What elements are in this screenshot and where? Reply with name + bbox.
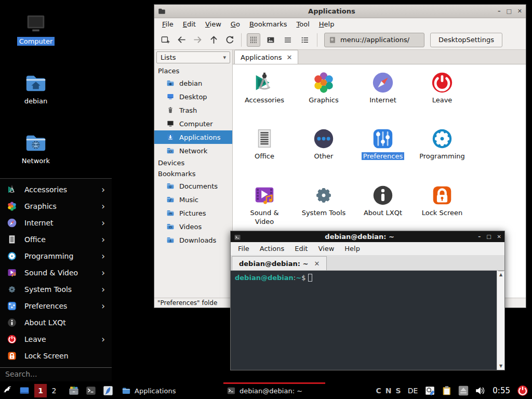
tray-screenshot-icon[interactable] [424, 384, 436, 397]
menu-item-sound-video[interactable]: Sound & Video› [0, 264, 112, 281]
workspace-switcher-1[interactable]: 1 [34, 384, 47, 397]
sidebar-item-music[interactable]: Music [154, 193, 232, 206]
desktop-icon-debian[interactable]: debian [11, 71, 61, 105]
fm-menu-tool[interactable]: Tool [292, 20, 314, 28]
menu-item-programming[interactable]: Programming› [0, 248, 112, 264]
sidebar-item-debian[interactable]: debian [154, 76, 232, 90]
menu-item-lock-screen[interactable]: Lock Screen [0, 348, 112, 364]
grid-item-system-tools[interactable]: System Tools [295, 183, 353, 218]
sidebar-item-applications[interactable]: Applications [154, 130, 232, 144]
sidebar-item-videos[interactable]: Videos [154, 220, 232, 233]
sidebar-item-trash[interactable]: Trash [154, 103, 232, 117]
menu-search-input[interactable]: Search... [0, 368, 112, 381]
quick-launch-file-manager[interactable] [68, 384, 80, 397]
fm-menu-file[interactable]: File [157, 20, 178, 28]
close-button[interactable]: ✕ [517, 8, 522, 15]
quick-launch-terminal[interactable] [85, 384, 97, 397]
terminal-menu-help[interactable]: Help [339, 245, 365, 252]
grid-item-accessories[interactable]: Accessories [235, 71, 294, 105]
scroll-down-icon[interactable]: ▼ [499, 364, 502, 368]
menu-item-graphics[interactable]: Graphics› [0, 198, 112, 215]
fm-menu-edit[interactable]: Edit [178, 20, 201, 28]
tab-close-icon[interactable]: ✕ [286, 54, 292, 61]
menu-item-leave[interactable]: Leave› [0, 331, 112, 348]
show-desktop-button[interactable] [18, 384, 31, 397]
desktop-icon-computer[interactable]: Computer [11, 11, 61, 46]
keyboard-layout-indicator[interactable]: DE [408, 387, 418, 395]
grid-item-internet[interactable]: Internet [354, 71, 412, 105]
main-menu-button[interactable] [3, 384, 15, 397]
sidebar-item-network[interactable]: Network [154, 144, 232, 157]
terminal-screen[interactable]: debian@debian:~$ [231, 271, 497, 370]
grid-item-label: Lock Screen [415, 209, 469, 218]
terminal-menu-actions[interactable]: Actions [255, 245, 290, 252]
grid-item-lock-screen[interactable]: Lock Screen [413, 183, 471, 218]
tray-volume-icon[interactable] [474, 384, 486, 397]
grid-item-other[interactable]: Other [295, 127, 353, 161]
lock-icon [7, 351, 17, 361]
minimize-button[interactable]: – [498, 8, 501, 15]
menu-item-office[interactable]: Office› [0, 231, 112, 248]
forward-button[interactable] [191, 34, 204, 46]
desktop-settings-button[interactable]: DesktopSettings [430, 33, 502, 47]
terminal-menu-edit[interactable]: Edit [289, 245, 313, 252]
tab-close-icon[interactable]: ✕ [314, 260, 320, 268]
scroll-up-icon[interactable]: ▲ [499, 272, 502, 277]
sidebar-item-pictures[interactable]: Pictures [154, 206, 232, 220]
power-button[interactable] [516, 384, 529, 397]
grid-item-graphics[interactable]: Graphics [295, 71, 353, 105]
compact-view-button[interactable] [281, 33, 295, 47]
tray-clipboard-icon[interactable] [441, 384, 453, 397]
sidebar-item-documents[interactable]: Documents [154, 179, 232, 193]
fm-menu-go[interactable]: Go [226, 20, 245, 28]
task-button-debian-debian-~[interactable]: debian@debian: ~ [223, 382, 325, 399]
sidebar-item-desktop[interactable]: Desktop [154, 90, 232, 103]
icon-view-button[interactable] [247, 33, 260, 47]
sidebar-item-downloads[interactable]: Downloads [154, 233, 232, 247]
up-button[interactable] [207, 34, 220, 46]
maximize-button[interactable]: □ [506, 8, 511, 15]
terminal-scrollbar[interactable]: ▲ ▼ [497, 271, 504, 370]
terminal-tab[interactable]: debian@debian: ~ ✕ [232, 256, 327, 270]
task-button-applications[interactable]: Applications [118, 382, 220, 399]
detailed-view-button[interactable] [298, 33, 312, 47]
grid-item-office[interactable]: Office [235, 127, 294, 161]
menu-item-about-lxqt[interactable]: About LXQt [0, 314, 112, 331]
grid-item-preferences[interactable]: Preferences [354, 127, 412, 161]
fm-menu-view[interactable]: View [201, 20, 226, 28]
desktop-icon-network[interactable]: Network [11, 131, 61, 165]
address-bar[interactable]: menu://applications/ [324, 33, 424, 47]
quick-launch-featherpad[interactable] [102, 384, 114, 397]
grid-item-leave[interactable]: Leave [413, 71, 471, 105]
menu-item-internet[interactable]: Internet› [0, 215, 112, 231]
minimize-button[interactable]: – [478, 234, 481, 240]
task-label: Applications [135, 387, 176, 395]
fm-tab-applications[interactable]: Applications ✕ [234, 50, 298, 64]
close-button[interactable]: ✕ [497, 234, 501, 240]
menu-item-system-tools[interactable]: System Tools› [0, 281, 112, 298]
clock[interactable]: 0:55 [493, 386, 510, 395]
thumbnail-view-button[interactable] [264, 33, 277, 47]
fm-menu-bookmarks[interactable]: Bookmarks [245, 20, 292, 28]
terminal-titlebar[interactable]: debian@debian: ~ – □ ✕ [231, 231, 504, 242]
back-button[interactable] [175, 34, 188, 46]
grid-item-sound-video[interactable]: Sound & Video [235, 183, 294, 227]
menu-item-preferences[interactable]: Preferences› [0, 298, 112, 314]
fm-menu-help[interactable]: Help [314, 20, 339, 28]
fm-titlebar[interactable]: Applications – □ ✕ [154, 5, 526, 18]
keyboard-lock-indicators[interactable]: CNS [376, 387, 402, 395]
new-tab-button[interactable] [159, 34, 171, 46]
menu-item-accessories[interactable]: Accessories› [0, 181, 112, 198]
maximize-button[interactable]: □ [486, 234, 491, 240]
grid-item-programming[interactable]: Programming [413, 127, 471, 161]
terminal-menu-view[interactable]: View [313, 245, 339, 252]
sidebar-mode-combo[interactable]: Lists ▾ [156, 51, 230, 63]
terminal-menu-file[interactable]: File [233, 245, 255, 252]
reload-button[interactable] [223, 34, 236, 46]
sidebar-item-computer[interactable]: Computer [154, 117, 232, 130]
kbd-indicator-c: C [376, 387, 382, 395]
workspace-switcher-2[interactable]: 2 [48, 384, 60, 397]
grid-item-about-lxqt[interactable]: About LXQt [354, 183, 412, 218]
tray-eject-icon[interactable] [457, 384, 470, 397]
scrollbar-thumb[interactable] [498, 271, 504, 271]
